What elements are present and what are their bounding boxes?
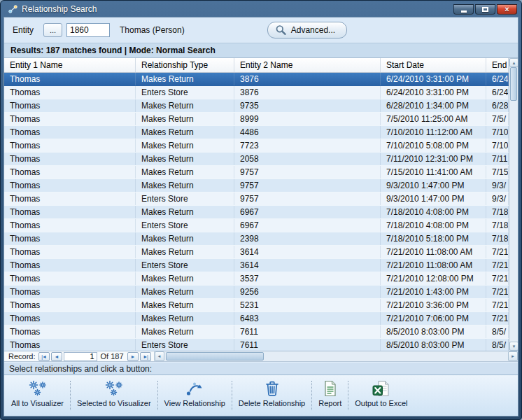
column-header-entity2[interactable]: Entity 2 Name <box>234 58 381 72</box>
cell-type: Enters Store <box>136 192 234 205</box>
entity-display-label: Thomas (Person) <box>120 25 185 35</box>
results-bar: Results: 187 matches found | Mode: Norma… <box>4 43 518 58</box>
table-row[interactable]: ThomasMakes Return92567/21/2010 1:43:00 … <box>4 286 509 299</box>
maximize-icon <box>482 7 488 12</box>
cell-entity2: 6967 <box>234 219 381 232</box>
first-record-button[interactable]: |◄ <box>38 352 50 361</box>
cell-entity2: 9256 <box>234 286 381 298</box>
visualizer-icon <box>29 380 47 397</box>
close-button[interactable]: × <box>497 4 517 15</box>
cell-start: 7/21/2010 11:08:00 AM <box>381 246 486 258</box>
cell-entity1: Thomas <box>4 299 136 312</box>
horizontal-scroll-track[interactable] <box>164 351 508 361</box>
table-row[interactable]: ThomasEnters Store36147/21/2010 11:08:00… <box>4 259 509 272</box>
cell-entity2: 2398 <box>234 232 381 245</box>
report-button[interactable]: Report <box>313 377 346 414</box>
cell-start: 7/11/2010 12:31:00 PM <box>381 153 486 165</box>
cell-type: Makes Return <box>136 139 234 152</box>
cell-type: Makes Return <box>136 73 234 85</box>
last-record-button[interactable]: ►| <box>140 352 151 361</box>
entity-id-input[interactable] <box>66 23 110 37</box>
cell-type: Makes Return <box>136 272 234 285</box>
cell-entity1: Thomas <box>4 113 136 125</box>
titlebar[interactable]: Relationship Search × <box>3 1 519 17</box>
table-row[interactable]: ThomasMakes Return76118/5/2010 8:03:00 P… <box>4 326 509 339</box>
cell-start: 6/24/2010 3:31:00 PM <box>381 86 486 99</box>
table-row[interactable]: ThomasMakes Return36147/21/2010 11:08:00… <box>4 246 509 259</box>
next-record-button[interactable]: ► <box>127 352 139 361</box>
cell-type: Enters Store <box>136 86 234 99</box>
column-header-entity1[interactable]: Entity 1 Name <box>4 58 136 72</box>
cell-end: 9/3/ <box>486 179 509 192</box>
table-row[interactable]: ThomasMakes Return35377/21/2010 12:08:00… <box>4 272 509 286</box>
cell-start: 6/28/2010 1:34:00 PM <box>381 99 486 112</box>
advanced-button[interactable]: Advanced... <box>267 22 347 38</box>
scroll-left-arrow-icon[interactable]: ◄ <box>155 351 164 361</box>
cell-type: Makes Return <box>136 232 234 245</box>
minimize-icon <box>461 10 467 13</box>
table-row[interactable]: ThomasEnters Store97579/3/2010 1:47:00 P… <box>4 192 509 206</box>
table-row[interactable]: ThomasEnters Store38766/24/2010 3:31:00 … <box>4 86 509 99</box>
toolbar-button-label: Selected to Visualizer <box>77 399 151 407</box>
cell-end: 7/21 <box>486 312 509 325</box>
toolbar-separator <box>157 381 158 410</box>
table-row[interactable]: ThomasMakes Return97577/15/2010 11:41:00… <box>4 166 509 179</box>
all-to-visualizer-button[interactable]: All to Visualizer <box>6 377 69 414</box>
results-grid: Entity 1 Name Relationship Type Entity 2… <box>4 58 509 351</box>
output-to-excel-button[interactable]: Output to Excel <box>350 377 412 414</box>
toolbar-separator <box>70 381 71 410</box>
previous-record-button[interactable]: ◄ <box>51 352 62 361</box>
column-header-end-date[interactable]: End Date <box>486 58 509 72</box>
record-number-input[interactable] <box>64 352 97 361</box>
table-row[interactable]: ThomasEnters Store76118/5/2010 8:03:00 P… <box>4 339 509 351</box>
vertical-scroll-thumb[interactable] <box>510 67 517 101</box>
table-row[interactable]: ThomasMakes Return23987/18/2010 5:18:00 … <box>4 232 509 246</box>
horizontal-scroll-thumb[interactable] <box>166 352 264 360</box>
entity-browse-button[interactable]: ... <box>43 23 62 37</box>
visualizer-icon <box>105 380 123 397</box>
cell-end: 7/21 <box>486 246 509 258</box>
window-title: Relationship Search <box>22 4 97 14</box>
table-row[interactable]: ThomasMakes Return77237/10/2010 5:08:00 … <box>4 139 509 153</box>
table-row[interactable]: ThomasMakes Return64837/21/2010 7:06:00 … <box>4 312 509 326</box>
cell-start: 7/21/2010 12:08:00 PM <box>381 272 486 285</box>
toolbar-button-label: Report <box>318 399 341 407</box>
column-header-start-date[interactable]: Start Date <box>381 58 486 72</box>
table-row[interactable]: ThomasMakes Return38766/24/2010 3:31:00 … <box>4 73 509 86</box>
vertical-scrollbar[interactable]: ▲ ▼ <box>509 58 518 351</box>
cell-type: Makes Return <box>136 99 234 112</box>
delete-relationship-button[interactable]: Delete Relationship <box>234 377 310 414</box>
cell-entity1: Thomas <box>4 206 136 218</box>
record-navigator: Record: |◄ ◄ Of 187 ► ►| <box>4 351 154 361</box>
cell-entity1: Thomas <box>4 73 136 85</box>
cell-start: 9/3/2010 1:47:00 PM <box>381 192 486 205</box>
table-row[interactable]: ThomasMakes Return89997/5/2010 11:25:00 … <box>4 113 509 126</box>
column-header-relationship-type[interactable]: Relationship Type <box>136 58 234 72</box>
cell-entity2: 2058 <box>234 153 381 165</box>
cell-entity1: Thomas <box>4 192 136 205</box>
table-row[interactable]: ThomasMakes Return20587/11/2010 12:31:00… <box>4 153 509 166</box>
scroll-right-arrow-icon[interactable]: ► <box>508 351 518 361</box>
cell-entity1: Thomas <box>4 219 136 232</box>
view-relationship-button[interactable]: View Relationship <box>160 377 230 414</box>
horizontal-scrollbar[interactable]: ◄ ► <box>154 351 518 361</box>
table-row[interactable]: ThomasMakes Return97356/28/2010 1:34:00 … <box>4 99 509 113</box>
scroll-up-arrow-icon[interactable]: ▲ <box>509 58 518 67</box>
selected-to-visualizer-button[interactable]: Selected to Visualizer <box>72 377 156 414</box>
cell-start: 7/21/2010 7:06:00 PM <box>381 312 486 325</box>
cell-entity1: Thomas <box>4 259 136 272</box>
scroll-down-arrow-icon[interactable]: ▼ <box>509 342 518 351</box>
table-row[interactable]: ThomasEnters Store69677/18/2010 4:08:00 … <box>4 219 509 232</box>
vertical-scroll-track[interactable] <box>509 67 518 342</box>
maximize-button[interactable] <box>475 4 495 15</box>
cell-entity2: 9757 <box>234 192 381 205</box>
table-row[interactable]: ThomasMakes Return69677/18/2010 4:08:00 … <box>4 206 509 219</box>
cell-entity2: 9757 <box>234 166 381 178</box>
table-row[interactable]: ThomasMakes Return97579/3/2010 1:47:00 P… <box>4 179 509 192</box>
cell-end: 7/21 <box>486 272 509 285</box>
table-row[interactable]: ThomasMakes Return52317/21/2010 3:36:00 … <box>4 299 509 312</box>
close-icon: × <box>505 6 509 13</box>
table-row[interactable]: ThomasMakes Return44867/10/2010 11:12:00… <box>4 126 509 139</box>
cell-entity2: 3614 <box>234 259 381 272</box>
minimize-button[interactable] <box>453 4 474 15</box>
